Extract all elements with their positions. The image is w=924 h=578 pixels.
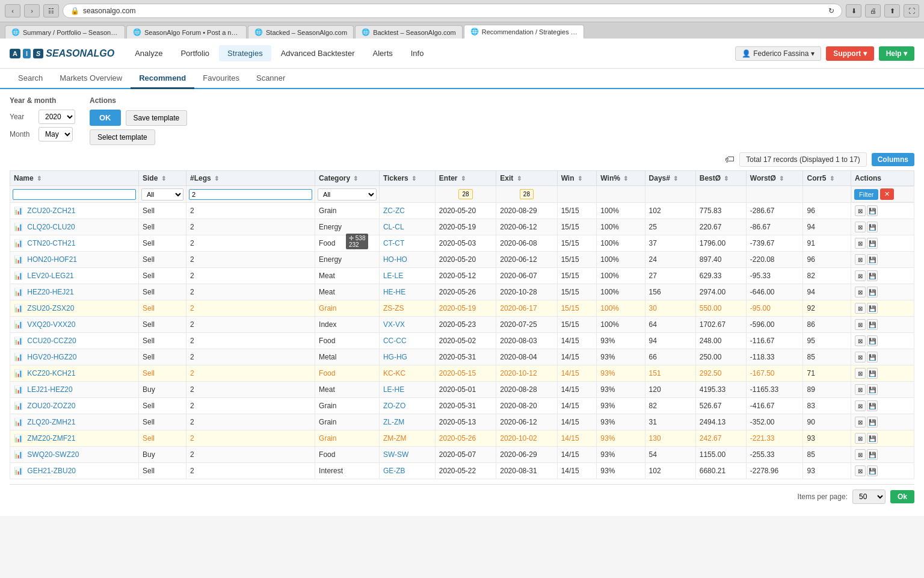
action-detail-icon[interactable]: ⊠: [855, 384, 866, 395]
col-legs[interactable]: #Legs ⇕: [186, 171, 315, 186]
chart-icon[interactable]: 📊: [14, 418, 23, 426]
action-detail-icon[interactable]: ⊠: [855, 270, 866, 281]
bottom-ok-button[interactable]: Ok: [890, 490, 914, 503]
action-save-icon[interactable]: 💾: [867, 417, 878, 427]
chart-icon[interactable]: 📊: [14, 434, 23, 443]
nav-strategies[interactable]: Strategies: [219, 45, 271, 61]
save-template-button[interactable]: Save template: [126, 110, 188, 126]
name-link[interactable]: ZLQ20-ZMH21: [27, 418, 75, 426]
col-side[interactable]: Side ⇕: [139, 171, 186, 186]
nav-alerts[interactable]: Alerts: [365, 45, 401, 61]
action-save-icon[interactable]: 💾: [867, 287, 878, 297]
month-select[interactable]: JanFebMarApr MayJunJulAug SepOctNovDec: [38, 127, 73, 141]
name-link[interactable]: CCU20-CCZ20: [27, 337, 76, 345]
subnav-favourites[interactable]: Favourites: [194, 69, 248, 89]
action-detail-icon[interactable]: ⊠: [855, 465, 866, 476]
name-link[interactable]: LEJ21-HEZ20: [27, 385, 72, 394]
action-detail-icon[interactable]: ⊠: [855, 287, 866, 297]
action-save-icon[interactable]: 💾: [867, 352, 878, 362]
download-icon[interactable]: ⬇: [846, 4, 861, 17]
name-link[interactable]: SWQ20-SWZ20: [27, 450, 79, 459]
forward-btn[interactable]: ›: [24, 4, 40, 17]
enter-date-btn[interactable]: 28: [458, 189, 472, 199]
action-save-icon[interactable]: 💾: [867, 303, 878, 314]
action-save-icon[interactable]: 💾: [867, 368, 878, 379]
chart-icon[interactable]: 📊: [14, 337, 23, 345]
chart-icon[interactable]: 📊: [14, 369, 23, 378]
col-win-pct[interactable]: Win% ⇕: [597, 171, 645, 186]
print-icon[interactable]: 🖨: [865, 4, 881, 17]
action-save-icon[interactable]: 💾: [867, 449, 878, 460]
reload-icon[interactable]: ↻: [828, 7, 834, 15]
name-link[interactable]: ZCU20-ZCH21: [27, 207, 75, 215]
action-detail-icon[interactable]: ⊠: [855, 222, 866, 232]
share-icon[interactable]: ⬆: [884, 4, 900, 17]
nav-info[interactable]: Info: [402, 45, 433, 61]
exit-date-btn[interactable]: 28: [520, 189, 534, 199]
chart-icon[interactable]: 📊: [14, 467, 23, 475]
col-days[interactable]: Days# ⇕: [645, 171, 695, 186]
back-btn[interactable]: ‹: [5, 4, 20, 17]
name-link[interactable]: LEV20-LEG21: [27, 272, 73, 280]
col-enter[interactable]: Enter ⇕: [435, 171, 496, 186]
tab-0[interactable]: 🌐 Summary / Portfolio – SeasonAl...: [5, 25, 125, 39]
name-link[interactable]: VXQ20-VXX20: [27, 320, 75, 329]
action-detail-icon[interactable]: ⊠: [855, 254, 866, 265]
action-save-icon[interactable]: 💾: [867, 254, 878, 265]
action-save-icon[interactable]: 💾: [867, 222, 878, 232]
name-link[interactable]: KCZ20-KCH21: [27, 369, 75, 378]
filter-legs-input[interactable]: [189, 189, 312, 200]
action-save-icon[interactable]: 💾: [867, 433, 878, 444]
nav-analyze[interactable]: Analyze: [126, 45, 171, 61]
name-link[interactable]: CTN20-CTH21: [27, 239, 75, 247]
tab-1[interactable]: 🌐 SeasonAlgo Forum • Post a ne...: [126, 25, 247, 39]
subnav-markets-overview[interactable]: Markets Overview: [51, 69, 131, 89]
name-link[interactable]: CLQ20-CLU20: [27, 223, 75, 231]
filter-name-input[interactable]: [13, 189, 136, 200]
chart-icon[interactable]: 📊: [14, 239, 23, 247]
chart-icon[interactable]: 📊: [14, 353, 23, 361]
filter-clear-btn[interactable]: ✕: [880, 188, 894, 200]
columns-button[interactable]: Columns: [872, 153, 914, 166]
action-detail-icon[interactable]: ⊠: [855, 352, 866, 362]
col-tickers[interactable]: Tickers ⇕: [379, 171, 435, 186]
action-detail-icon[interactable]: ⊠: [855, 449, 866, 460]
col-exit[interactable]: Exit ⇕: [496, 171, 557, 186]
col-win[interactable]: Win ⇕: [557, 171, 597, 186]
action-detail-icon[interactable]: ⊠: [855, 400, 866, 411]
chart-icon[interactable]: 📊: [14, 402, 23, 410]
action-save-icon[interactable]: 💾: [867, 465, 878, 476]
select-template-button[interactable]: Select template: [90, 129, 155, 145]
chart-icon[interactable]: 📊: [14, 207, 23, 215]
items-per-page-select[interactable]: 5025100: [852, 489, 886, 504]
action-detail-icon[interactable]: ⊠: [855, 319, 866, 330]
help-button[interactable]: Help ▾: [879, 46, 914, 61]
col-best[interactable]: BestØ ⇕: [695, 171, 746, 186]
ok-button[interactable]: OK: [90, 110, 121, 126]
action-save-icon[interactable]: 💾: [867, 270, 878, 281]
chart-icon[interactable]: 📊: [14, 223, 23, 231]
action-save-icon[interactable]: 💾: [867, 238, 878, 249]
col-corr5[interactable]: Corr5 ⇕: [803, 171, 851, 186]
action-detail-icon[interactable]: ⊠: [855, 335, 866, 346]
nav-advanced-backtester[interactable]: Advanced Backtester: [273, 45, 363, 61]
chart-icon[interactable]: 📊: [14, 450, 23, 459]
chart-icon[interactable]: 📊: [14, 304, 23, 312]
tab-4[interactable]: 🌐 Recommendation / Strategies –...: [464, 25, 584, 39]
action-detail-icon[interactable]: ⊠: [855, 238, 866, 249]
chart-icon[interactable]: 📊: [14, 255, 23, 264]
fullscreen-icon[interactable]: ⛶: [904, 4, 919, 17]
action-detail-icon[interactable]: ⊠: [855, 368, 866, 379]
action-save-icon[interactable]: 💾: [867, 205, 878, 216]
filter-apply-btn[interactable]: Filter: [854, 189, 878, 200]
action-detail-icon[interactable]: ⊠: [855, 303, 866, 314]
col-category[interactable]: Category ⇕: [315, 171, 380, 186]
subnav-search[interactable]: Search: [10, 69, 51, 89]
chart-icon[interactable]: 📊: [14, 320, 23, 329]
subnav-recommend[interactable]: Recommend: [131, 69, 194, 89]
name-link[interactable]: GEH21-ZBU20: [27, 467, 76, 475]
year-select[interactable]: 2018 2019 2020 2021 2022: [38, 110, 75, 124]
nav-portfolio[interactable]: Portfolio: [172, 45, 218, 61]
action-save-icon[interactable]: 💾: [867, 335, 878, 346]
name-link[interactable]: ZOU20-ZOZ20: [27, 402, 75, 410]
